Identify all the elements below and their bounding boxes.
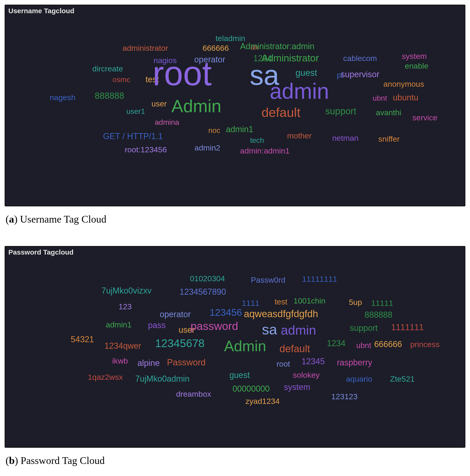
tag-12345678: 12345678	[155, 338, 205, 349]
tag-root: root	[276, 360, 290, 368]
tag-root: root	[152, 56, 212, 91]
tag-enable: enable	[405, 62, 429, 70]
tag-ubnt: ubnt	[356, 341, 371, 349]
tag-password: password	[191, 321, 238, 332]
tag-user1: user1	[126, 108, 145, 115]
tag-guest: guest	[295, 68, 317, 77]
tag-passw0rd: Passw0rd	[251, 276, 285, 284]
tag-service: service	[413, 114, 437, 121]
tag-pass: pass	[148, 321, 166, 329]
tag-1234qwer: 1234qwer	[105, 342, 141, 350]
caption-b: (b) Password Tag Cloud	[6, 455, 465, 466]
tag-system: system	[284, 383, 310, 391]
tag-aquario: aquario	[346, 375, 372, 383]
tag-guest: guest	[229, 371, 250, 379]
tag-888888: 888888	[365, 311, 392, 319]
tag-123123: 123123	[331, 392, 357, 400]
tag-netman: netman	[332, 134, 358, 142]
tag-1234: 1234	[327, 339, 346, 348]
tag-noc: noc	[208, 127, 220, 134]
tag-osmc: osmc	[113, 76, 130, 83]
username-tagcloud: teladminadministrator666666shAdministrat…	[5, 5, 465, 206]
tag-root-123456: root:123456	[125, 146, 167, 153]
tag-nagesh: nagesh	[50, 93, 76, 101]
tag-administrator: administrator	[123, 44, 168, 52]
tag-dircreate: dircreate	[92, 65, 123, 73]
tag-5up: 5up	[349, 298, 362, 306]
tag-admin: admin	[270, 81, 329, 102]
tag-ubnt: ubnt	[373, 94, 387, 102]
tag-test: test	[274, 298, 287, 306]
tag-administrator-admin: Administrator:admin	[240, 42, 314, 51]
caption-b-prefix: b	[9, 455, 15, 466]
tag-default: default	[262, 106, 301, 119]
tag-01020304: 01020304	[190, 274, 225, 282]
tag-888888: 888888	[95, 91, 124, 100]
tag-7ujmko0admin: 7ujMko0admin	[135, 375, 189, 383]
tag-password: Password	[167, 358, 206, 367]
tag-solokey: solokey	[293, 371, 319, 379]
tag-1111111: 1111111	[391, 323, 424, 332]
tag-admin1: admin1	[106, 321, 132, 328]
tag-raspberry: raspberry	[337, 358, 372, 367]
tag-aqweasdfgfdgfdh: aqweasdfgfdgfdh	[244, 309, 318, 319]
password-tagcloud: 01020304Passw0rd111111117ujMko0vizxv1234…	[5, 246, 465, 447]
tag-anonymous: anonymous	[383, 80, 424, 88]
tag-dreambox: dreambox	[176, 390, 211, 398]
tag-default: default	[279, 344, 310, 354]
tag-123456: 123456	[210, 308, 242, 317]
tag-supervisor: supervisor	[341, 70, 379, 79]
tag-admina: admina	[155, 119, 179, 126]
caption-a-prefix: a	[9, 214, 14, 225]
tag-admin: admin	[281, 324, 316, 337]
tag-zyad1234: zyad1234	[246, 397, 280, 405]
tag-sniffer: sniffer	[378, 135, 400, 143]
username-tagcloud-panel: Username Tagcloud teladminadministrator6…	[5, 5, 465, 206]
tag-user: user	[151, 100, 167, 108]
tag-sa: sa	[262, 322, 277, 337]
tag-1001chin: 1001chin	[294, 297, 326, 305]
tag-ikwb: ikwb	[112, 357, 128, 365]
tag-12345: 12345	[302, 357, 325, 366]
tag-support: support	[325, 106, 356, 116]
caption-a-text: Username Tag Cloud	[17, 214, 106, 225]
tag-avanthi: avanthi	[376, 108, 401, 116]
tag-54321: 54321	[71, 335, 94, 344]
tag-zte521: Zte521	[390, 375, 415, 383]
tag-princess: princess	[410, 340, 440, 348]
tag-123: 123	[118, 303, 132, 310]
tag-1qaz2wsx: 1qaz2wsx	[88, 373, 123, 381]
tag-admin1: admin1	[226, 125, 253, 134]
tag-support: support	[350, 324, 378, 332]
tag-operator: operator	[160, 310, 191, 319]
tag-mother: mother	[287, 132, 312, 140]
tag-11111111: 11111111	[302, 275, 337, 283]
tag-admin2: admin2	[195, 144, 220, 152]
tag-1234567890: 1234567890	[180, 288, 226, 296]
caption-a: (a) Username Tag Cloud	[6, 213, 465, 225]
tag-11111: 11111	[371, 299, 393, 307]
tag-1111: 1111	[242, 299, 259, 307]
tag-get-http-1-1: GET / HTTP/1.1	[103, 132, 163, 140]
tag-teladmin: teladmin	[215, 34, 245, 42]
tag-00000000: 00000000	[233, 385, 270, 393]
tag-admin: Admin	[224, 339, 266, 354]
caption-b-text: Password Tag Cloud	[18, 455, 105, 466]
password-tagcloud-panel: Password Tagcloud 01020304Passw0rd111111…	[5, 246, 465, 448]
tag-alpine: alpine	[137, 359, 160, 367]
tag-666666: 666666	[202, 44, 229, 52]
tag-admin-admin1: admin:admin1	[240, 147, 290, 155]
tag-ubuntu: ubuntu	[393, 93, 418, 102]
tag-666666: 666666	[374, 340, 402, 348]
tag-cablecom: cablecom	[343, 54, 377, 62]
tag-admin: Admin	[171, 97, 221, 115]
tag-tech: tech	[250, 136, 264, 144]
tag-7ujmko0vizxv: 7ujMko0vizxv	[101, 287, 151, 295]
tag-system: system	[402, 52, 427, 60]
